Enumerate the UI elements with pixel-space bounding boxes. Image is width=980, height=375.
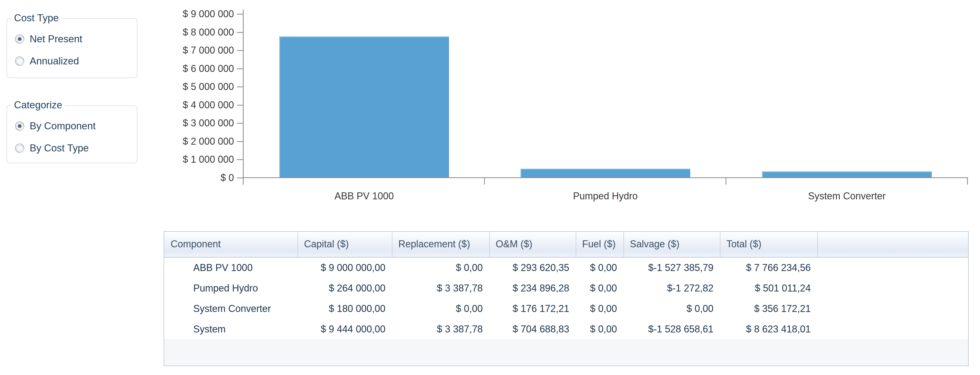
y-axis-label-4-000-000: $ 4 000 000 (121, 99, 234, 111)
y-axis-tick-0 (237, 178, 243, 178)
cost-table-header-row: ComponentCapital ($)Replacement ($)O&M (… (164, 232, 968, 257)
y-axis-tick-1-000-000 (237, 159, 243, 160)
col-header-o-m[interactable]: O&M ($) (490, 232, 576, 257)
cell-system-end (818, 319, 968, 339)
cell-abb-pv-1000-fuel: $ 0,00 (576, 257, 624, 278)
cell-pumped-hydro-capital: $ 264 000,00 (298, 278, 393, 299)
cell-pumped-hydro-fuel: $ 0,00 (576, 278, 624, 299)
cell-pumped-hydro-salvage: $-1 272,82 (624, 278, 721, 299)
cell-pumped-hydro-o-m: $ 234 896,28 (490, 278, 576, 299)
col-header-blank[interactable] (818, 232, 968, 257)
y-axis-label-5-000-000: $ 5 000 000 (121, 81, 234, 93)
col-header-capital[interactable]: Capital ($) (298, 232, 393, 257)
col-header-component[interactable]: Component (164, 232, 298, 257)
cell-pumped-hydro-component: Pumped Hydro (164, 278, 298, 299)
col-header-replacement[interactable]: Replacement ($) (393, 232, 490, 257)
y-axis-label-3-000-000: $ 3 000 000 (121, 117, 234, 129)
cost-bar-chart: $ 9 000 000$ 8 000 000$ 7 000 000$ 6 000… (0, 0, 980, 216)
cell-abb-pv-1000-end (818, 257, 968, 278)
table-row-abb-pv-1000[interactable]: ABB PV 1000$ 9 000 000,00$ 0,00$ 293 620… (164, 257, 968, 278)
cell-abb-pv-1000-total: $ 7 766 234,56 (721, 257, 818, 278)
y-axis-label-9-000-000: $ 9 000 000 (121, 8, 234, 20)
cell-system-total: $ 8 623 418,01 (721, 319, 818, 339)
cell-pumped-hydro-end (818, 278, 968, 299)
cell-pumped-hydro-total: $ 501 011,24 (721, 278, 818, 299)
cell-system-converter-o-m: $ 176 172,21 (490, 299, 576, 319)
x-axis-line (243, 177, 968, 178)
cell-system-capital: $ 9 444 000,00 (298, 319, 393, 339)
cost-summary-panel: Cost Type Net PresentAnnualized Categori… (0, 0, 980, 375)
col-header-fuel[interactable]: Fuel ($) (576, 232, 624, 257)
cell-system-converter-component: System Converter (164, 299, 298, 319)
cell-system-converter-end (818, 299, 968, 319)
x-axis-category-system-converter: System Converter (752, 190, 941, 203)
cell-system-component: System (164, 319, 298, 339)
cell-system-converter-replacement: $ 0,00 (393, 299, 490, 319)
table-row-system[interactable]: System$ 9 444 000,00$ 3 387,78$ 704 688,… (164, 319, 968, 339)
y-axis-label-8-000-000: $ 8 000 000 (121, 26, 234, 38)
y-axis-tick-4-000-000 (237, 105, 243, 106)
cell-system-converter-capital: $ 180 000,00 (298, 299, 393, 319)
y-axis-label-7-000-000: $ 7 000 000 (121, 44, 234, 56)
table-row-pumped-hydro[interactable]: Pumped Hydro$ 264 000,00$ 3 387,78$ 234 … (164, 278, 968, 299)
cell-system-converter-salvage: $ 0,00 (624, 299, 721, 319)
bar-abb-pv-1000 (279, 37, 449, 178)
cell-abb-pv-1000-o-m: $ 293 620,35 (490, 257, 576, 278)
y-axis-label-6-000-000: $ 6 000 000 (121, 63, 234, 75)
bar-system-converter (762, 171, 932, 178)
y-axis-label-2-000-000: $ 2 000 000 (121, 135, 234, 147)
cell-system-replacement: $ 3 387,78 (393, 319, 490, 339)
y-axis-tick-9-000-000 (237, 14, 243, 14)
cell-system-converter-fuel: $ 0,00 (576, 299, 624, 319)
cell-pumped-hydro-replacement: $ 3 387,78 (393, 278, 490, 299)
cost-table: ComponentCapital ($)Replacement ($)O&M (… (164, 231, 969, 366)
y-axis-tick-3-000-000 (237, 123, 243, 124)
cell-system-converter-total: $ 356 172,21 (721, 299, 818, 319)
y-axis-tick-2-000-000 (237, 141, 243, 142)
y-axis-tick-8-000-000 (237, 32, 243, 33)
y-axis-label-0: $ 0 (121, 172, 234, 184)
cell-abb-pv-1000-component: ABB PV 1000 (164, 257, 298, 278)
x-axis-tick-2 (967, 178, 968, 184)
col-header-salvage[interactable]: Salvage ($) (624, 232, 721, 257)
bar-pumped-hydro (520, 168, 690, 178)
x-axis-tick-0 (484, 178, 485, 184)
x-axis-tick-1 (725, 178, 726, 184)
cell-system-salvage: $-1 528 658,61 (624, 319, 721, 339)
cell-abb-pv-1000-capital: $ 9 000 000,00 (298, 257, 393, 278)
cell-system-fuel: $ 0,00 (576, 319, 624, 339)
x-axis-category-abb-pv-1000: ABB PV 1000 (270, 190, 458, 203)
col-header-total[interactable]: Total ($) (721, 232, 818, 257)
y-axis-tick-7-000-000 (237, 50, 243, 51)
table-row-system-converter[interactable]: System Converter$ 180 000,00$ 0,00$ 176 … (164, 299, 968, 319)
y-axis-line (243, 10, 243, 185)
y-axis-label-1-000-000: $ 1 000 000 (121, 154, 234, 165)
y-axis-tick-6-000-000 (237, 68, 243, 69)
cell-abb-pv-1000-replacement: $ 0,00 (393, 257, 490, 278)
table-empty-filler (164, 339, 968, 365)
cell-system-o-m: $ 704 688,83 (490, 319, 576, 339)
x-axis-category-pumped-hydro: Pumped Hydro (511, 190, 700, 203)
y-axis-tick-5-000-000 (237, 86, 243, 87)
cell-abb-pv-1000-salvage: $-1 527 385,79 (624, 257, 721, 278)
